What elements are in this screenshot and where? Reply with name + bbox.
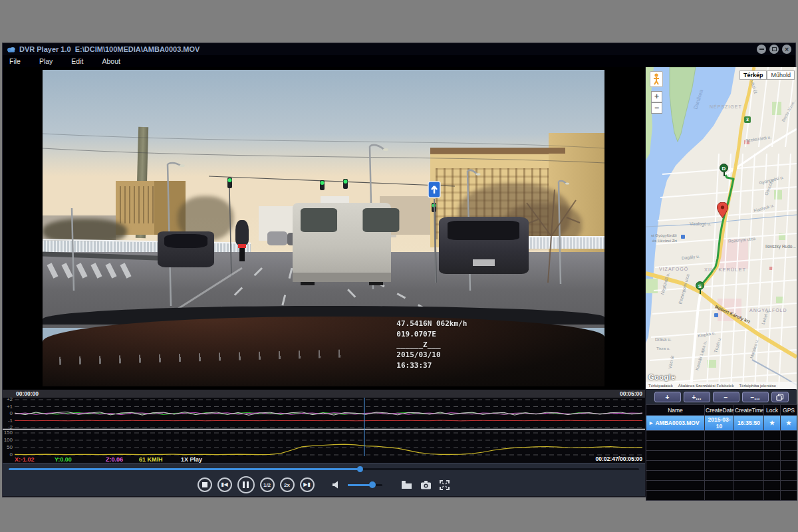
maximize-icon[interactable] — [769, 45, 779, 54]
menu-file[interactable]: File — [9, 57, 21, 65]
map-label: NÉPSZIGET — [710, 104, 742, 109]
camera-icon[interactable] — [420, 480, 432, 489]
remove-file-button[interactable]: − — [713, 392, 739, 402]
map-label: Dráva u. — [655, 337, 672, 342]
map-label: st Gyógyfürdői — [651, 233, 677, 237]
map-type-switcher: Térkép Műhold — [739, 70, 795, 80]
map-label: és Hévízei Zrt — [652, 239, 677, 243]
menu-edit[interactable]: Edit — [71, 57, 83, 65]
dashcam-video-frame: 47.5416N 062km/h 019.0707E ______Z___ 20… — [43, 70, 604, 386]
video-motorcyclist — [233, 220, 252, 261]
map-button-terkep[interactable]: Térkép — [739, 70, 767, 80]
readout-speed: 61 KM/H — [139, 456, 163, 463]
map-marker-start[interactable]: S — [696, 281, 704, 290]
copy-files-button[interactable] — [771, 392, 789, 402]
table-row-empty[interactable] — [646, 471, 797, 481]
window-controls: ✕ — [757, 45, 791, 54]
window-title: DVR Player 1.0 E:\DCIM\100MEDIA\AMBA0003… — [19, 45, 200, 53]
map-marker-current-position[interactable] — [717, 202, 728, 218]
readout-gy: Y:0.00 — [55, 456, 72, 463]
map-label: XIII. KERÜLET — [704, 267, 746, 273]
map-label: Vizafogó u. — [690, 221, 711, 226]
table-row-empty[interactable] — [646, 481, 797, 491]
playback-position-time: 00:02:47/00:05:00 — [596, 456, 642, 462]
volume-thumb[interactable] — [369, 481, 376, 488]
previous-icon[interactable]: ▮◀ — [217, 477, 232, 492]
folder-icon[interactable] — [401, 480, 412, 489]
play-indicator-icon: ► — [648, 420, 654, 426]
map-label: VIZAFOGÓ — [659, 267, 688, 271]
menubar: File Play Edit About — [3, 55, 795, 67]
gps-star-icon[interactable]: ★ — [781, 416, 797, 431]
video-van — [293, 203, 391, 282]
table-row-empty[interactable] — [646, 491, 797, 501]
seek-bar-row — [3, 463, 645, 473]
video-suv — [439, 217, 529, 274]
pause-icon[interactable] — [237, 476, 255, 493]
readout-gx: X:-1.02 — [15, 456, 35, 463]
map-zoom-in-button[interactable]: + — [651, 91, 662, 102]
map-attribution: Térképadatok Általános Szerződési Feltét… — [646, 382, 797, 389]
table-row-empty[interactable] — [646, 451, 797, 461]
menu-about[interactable]: About — [102, 57, 120, 65]
double-speed-button[interactable]: 2x — [280, 477, 295, 492]
titlebar: DVR Player 1.0 E:\DCIM\100MEDIA\AMBA0003… — [3, 43, 795, 55]
readout-gz: Z:0.06 — [106, 456, 123, 463]
map-panel: DunăreaNÉPSZIGETVáci útBerda Józse...Sze… — [646, 67, 797, 389]
file-name: AMBA0003.MOV — [655, 420, 699, 426]
lock-star-icon[interactable]: ★ — [764, 416, 781, 431]
map-label: Ilovszky Rudo... — [765, 244, 796, 249]
minimize-icon[interactable] — [757, 45, 766, 54]
google-logo: Google — [648, 373, 676, 381]
table-row-selected[interactable]: ► AMBA0003.MOV 2015-03-10 16:35:50 ★ ★ — [646, 416, 797, 431]
video-area: 47.5416N 062km/h 019.0707E ______Z___ 20… — [3, 67, 645, 390]
map-button-muhold[interactable]: Műhold — [767, 70, 795, 80]
file-create-time: 16:35:50 — [734, 416, 764, 431]
file-panel: + +... − −... Name CreateDate CreateTime — [646, 390, 797, 498]
menu-play[interactable]: Play — [39, 57, 53, 65]
table-row-empty[interactable] — [646, 461, 797, 471]
half-speed-button[interactable]: 1/2 — [260, 477, 275, 492]
playback-controls: ▮◀ 1/2 2x ▶▮ — [3, 473, 645, 496]
add-files-button[interactable]: +... — [684, 392, 710, 402]
seek-slider[interactable] — [9, 468, 639, 470]
add-file-button[interactable]: + — [654, 392, 681, 402]
desktop-background: DVR Player 1.0 E:\DCIM\100MEDIA\AMBA0003… — [0, 0, 798, 532]
fullscreen-icon[interactable] — [440, 480, 450, 490]
file-create-date: 2015-03-10 — [705, 416, 734, 431]
remove-files-button[interactable]: −... — [742, 392, 769, 402]
transit-icon — [681, 235, 685, 239]
gps-overlay-text: 47.5416N 062km/h 019.0707E ______Z___ 20… — [396, 319, 467, 372]
route-number-badge: 3 — [744, 116, 751, 123]
table-row-empty[interactable] — [646, 441, 797, 451]
speaker-icon[interactable] — [332, 480, 340, 489]
file-table: Name CreateDate CreateTime Lock GPS ► AM… — [646, 404, 797, 501]
readout-play-rate: 1X Play — [181, 456, 202, 463]
dvr-player-window: DVR Player 1.0 E:\DCIM\100MEDIA\AMBA0003… — [2, 43, 796, 497]
map-label: Tisza u. — [656, 346, 670, 350]
table-header-row: Name CreateDate CreateTime Lock GPS — [646, 405, 797, 416]
pegman-icon[interactable] — [650, 71, 663, 87]
transit-icon — [714, 313, 718, 317]
seek-thumb[interactable] — [357, 466, 363, 472]
sensor-timeline-graph[interactable]: 00:00:00 00:05:00 +2 +1 0 -1 -2 150 100 … — [3, 390, 645, 463]
app-cloud-icon — [7, 46, 16, 53]
map-marker-destination[interactable]: D — [720, 164, 728, 172]
close-icon[interactable]: ✕ — [782, 45, 791, 54]
next-icon[interactable]: ▶▮ — [300, 477, 315, 492]
file-toolbar: + +... − −... — [646, 390, 797, 404]
map-zoom-out-button[interactable]: − — [651, 102, 662, 114]
volume-slider[interactable] — [348, 484, 382, 486]
stop-icon[interactable] — [198, 477, 212, 492]
table-row-empty[interactable] — [646, 431, 797, 441]
video-car — [158, 231, 214, 268]
